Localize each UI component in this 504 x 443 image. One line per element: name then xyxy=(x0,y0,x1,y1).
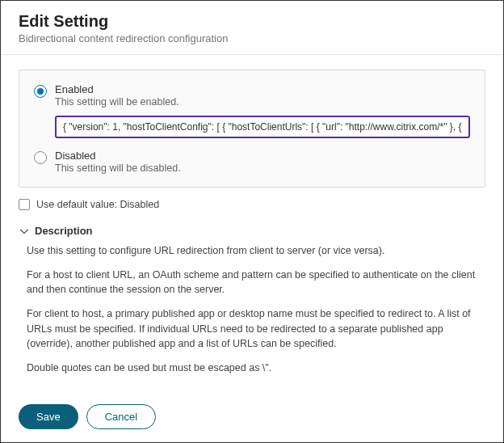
description-p2: For a host to client URL, an OAuth schem… xyxy=(27,268,485,297)
radio-disabled[interactable]: Disabled This setting will be disabled. xyxy=(34,150,470,174)
radio-enabled-label: Enabled xyxy=(55,83,470,95)
dialog-subtitle: Bidirectional content redirection config… xyxy=(19,32,485,44)
config-json-input[interactable] xyxy=(55,116,470,138)
enable-disable-group: Enabled This setting will be enabled. Di… xyxy=(19,70,485,188)
radio-disabled-control[interactable] xyxy=(34,151,47,164)
description-p1: Use this setting to configure URL redire… xyxy=(27,243,485,258)
radio-dot-icon xyxy=(37,88,44,95)
description-heading: Description xyxy=(35,225,93,237)
radio-enabled-control[interactable] xyxy=(34,85,47,98)
radio-disabled-label: Disabled xyxy=(55,150,470,162)
radio-disabled-desc: This setting will be disabled. xyxy=(55,162,470,174)
radio-enabled-text: Enabled This setting will be enabled. xyxy=(55,83,470,138)
description-p4: Double quotes can be used but must be es… xyxy=(27,361,485,375)
description-section: Description Use this setting to configur… xyxy=(19,225,485,399)
use-default-checkbox[interactable] xyxy=(19,199,30,210)
description-body: Use this setting to configure URL redire… xyxy=(19,243,485,399)
cancel-button[interactable]: Cancel xyxy=(86,404,156,429)
use-default-label: Use default value: Disabled xyxy=(36,199,159,210)
radio-enabled[interactable]: Enabled This setting will be enabled. xyxy=(34,83,470,138)
chevron-down-icon xyxy=(19,226,30,237)
save-button[interactable]: Save xyxy=(19,404,78,429)
dialog-header: Edit Setting Bidirectional content redir… xyxy=(1,1,503,55)
dialog-title: Edit Setting xyxy=(19,12,485,31)
radio-disabled-text: Disabled This setting will be disabled. xyxy=(55,150,470,174)
dialog-footer: Save Cancel xyxy=(1,394,503,442)
use-default-checkbox-row[interactable]: Use default value: Disabled xyxy=(19,199,485,210)
description-p3: For client to host, a primary published … xyxy=(27,306,485,350)
radio-enabled-desc: This setting will be enabled. xyxy=(55,96,470,108)
description-toggle[interactable]: Description xyxy=(19,225,485,237)
dialog-body: Enabled This setting will be enabled. Di… xyxy=(1,55,503,399)
